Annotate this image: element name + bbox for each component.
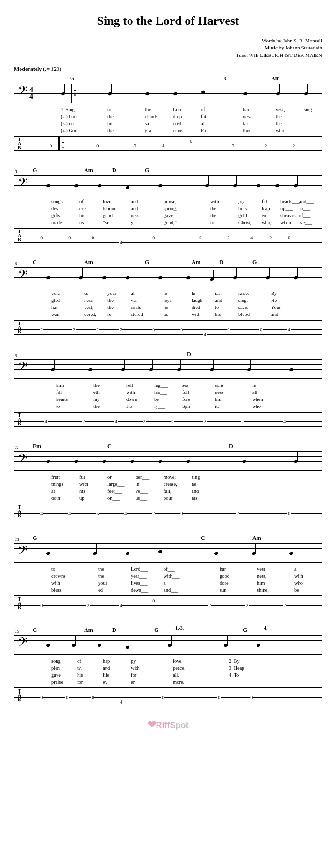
lyric-line: giftshisgoodnessgave,thegoldensheavesof_… <box>37 212 322 219</box>
lyric-syllable: all. <box>173 672 179 679</box>
lyric-syllable: ye___ <box>136 488 148 495</box>
lyric-syllable: us <box>79 219 84 226</box>
chord-symbol: C <box>224 75 229 82</box>
lyric-syllable: stored <box>131 311 143 318</box>
lyric-syllable: your <box>98 580 107 587</box>
lyric-syllable: leys <box>164 297 172 304</box>
lyric-syllable: hearts <box>56 396 68 403</box>
music-staff: 6𝄢 <box>14 267 322 287</box>
lyrics-block: voicesyouralleluiasraise.Bygladness,thev… <box>14 290 322 318</box>
credit-words: Words by John S. B. Monsell <box>14 37 322 44</box>
lyric-syllable: hills <box>238 205 247 212</box>
tab-staff: TAB44542020 <box>14 504 322 518</box>
lyric-line: thingswithlarge___increase,he <box>37 481 322 488</box>
lyric-syllable: sea <box>182 382 188 389</box>
lyric-syllable: clouds___ <box>145 113 165 120</box>
lyric-syllable: us___ <box>136 495 147 502</box>
tab-label: TAB <box>18 689 21 701</box>
lyric-syllable: who <box>276 127 284 134</box>
chord-symbol: D <box>229 443 233 450</box>
tab-number: 0 <box>180 511 183 516</box>
lyrics-block: fruitfulorder___move;singthingswithlarge… <box>14 474 322 502</box>
lyric-syllable: der___ <box>136 474 149 481</box>
music-system: GCAm𝄢441. SingtotheLord___of___harvest,s… <box>14 75 322 151</box>
lyric-syllable: the <box>93 403 100 410</box>
music-system: GAmDG3𝄢songsofloveandpraise;withjoyfulhe… <box>14 167 322 243</box>
lyric-syllable: to <box>56 403 60 410</box>
lyric-syllable: sons <box>215 382 224 389</box>
lyric-syllable: move; <box>164 474 176 481</box>
lyric-line: fillethwithhis___fullnessall <box>37 389 322 396</box>
tab-number: 0 <box>65 695 69 700</box>
lyric-syllable: Christ, <box>238 219 251 226</box>
song-title: Sing to the Lord of Harvest <box>14 14 322 28</box>
tab-number: 0 <box>91 236 94 240</box>
chord-symbol: G <box>33 535 37 542</box>
lyric-syllable: fill <box>56 389 62 396</box>
tab-number: 2 <box>245 603 249 608</box>
lyric-syllable: ness <box>131 212 139 219</box>
bass-clef: 𝄢 <box>18 452 28 467</box>
tab-number: 0 <box>152 236 155 240</box>
lyric-syllable: large___ <box>107 481 125 488</box>
lyric-syllable: en <box>262 212 266 219</box>
lyric-syllable: leap <box>262 205 270 212</box>
lyric-syllable: ing___ <box>154 382 168 389</box>
lyric-syllable: in <box>136 481 139 488</box>
lyric-syllable: gave <box>51 672 61 679</box>
lyric-line: crownstheyear___with___goodness,with <box>37 573 322 580</box>
lyric-syllable: ness, <box>243 113 253 120</box>
tab-number: 2 <box>152 511 155 516</box>
lyric-syllable: with <box>210 198 219 205</box>
tab-number: 4 <box>114 420 118 424</box>
lyric-syllable: fruit <box>51 474 60 481</box>
lyric-line: madeus"verygood,"toChrist,who,whenwe___ <box>37 219 322 226</box>
chord-symbol: Am <box>84 627 93 634</box>
tab-number: 0 <box>171 420 174 424</box>
lyric-syllable: re <box>107 311 111 318</box>
lyric-line: wandered,restoreduswithhisblood,and <box>37 311 322 318</box>
tab-number: 0 <box>180 328 183 332</box>
chord-row: D <box>14 351 322 357</box>
lyric-syllable: life <box>103 672 109 679</box>
lyric-syllable: in___ <box>299 205 310 212</box>
lyric-syllable: the <box>276 120 282 127</box>
tab-number: 2 <box>40 328 43 332</box>
tab-number: 0 <box>40 236 43 240</box>
lyrics-block: totheLord___of___harvestacrownstheyear__… <box>14 566 322 594</box>
chord-row: GCAm <box>14 535 322 541</box>
lyric-syllable: him <box>257 580 265 587</box>
lyric-syllable: in <box>252 382 256 389</box>
music-staff: 3𝄢 <box>14 175 322 195</box>
lyric-syllable: wan <box>51 311 60 318</box>
lyric-syllable: him <box>215 396 222 403</box>
lyric-line: songofhappylove.2. By <box>37 658 322 665</box>
lyric-syllable: doth <box>51 495 60 502</box>
lyric-syllable: laugh <box>192 297 202 304</box>
credits: Words by John S. B. Monsell Music by Joh… <box>14 37 322 59</box>
lyric-syllable: dered, <box>84 311 96 318</box>
bass-clef: 𝄢 <box>18 360 28 375</box>
tab-number: 4 <box>203 332 207 337</box>
tab-number: 4 <box>119 700 122 705</box>
chord-symbol: G <box>145 167 149 174</box>
tab-number: 2 <box>241 420 244 424</box>
credit-tune: Tune: WIE LIEBLICH IST DER MAIEN <box>14 52 322 59</box>
lyric-syllable: save. <box>238 304 248 311</box>
lyric-syllable: the <box>145 106 151 113</box>
volta-bracket: 1.-3. <box>173 625 259 631</box>
lyric-line: praiseforevermore. <box>37 679 322 686</box>
lyric-line: (4.) Godthegracious___Father,who <box>37 127 322 134</box>
chord-symbol: G <box>70 75 74 82</box>
tab-number: 0 <box>91 695 94 700</box>
lyric-syllable: with___ <box>164 573 179 580</box>
chord-symbol: D <box>112 627 116 634</box>
lyric-syllable: By <box>271 290 277 297</box>
measure-number: 3 <box>15 169 17 174</box>
tab-number: 0 <box>68 236 71 240</box>
chord-symbol: G <box>145 259 149 266</box>
lyric-syllable: the <box>107 113 114 120</box>
measure-number: 6 <box>15 261 17 266</box>
lyric-syllable: of___ <box>201 106 213 113</box>
lyric-syllable: sheaves <box>280 212 296 219</box>
